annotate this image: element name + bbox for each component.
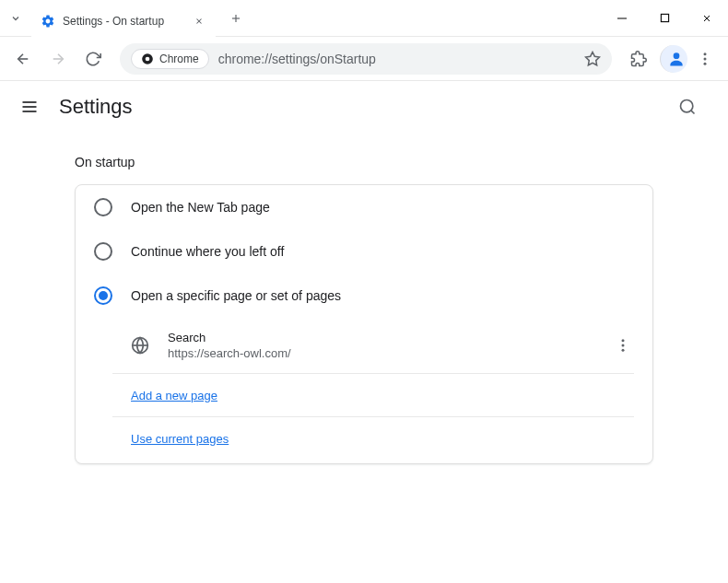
close-icon — [701, 13, 712, 24]
site-chip-label: Chrome — [159, 52, 199, 65]
radio-option-new-tab[interactable]: Open the New Tab page — [76, 185, 652, 229]
use-current-pages-link[interactable]: Use current pages — [131, 432, 229, 446]
url-text: chrome://settings/onStartup — [218, 52, 575, 66]
svg-point-13 — [673, 52, 679, 59]
radio-option-continue[interactable]: Continue where you left off — [76, 229, 652, 274]
svg-point-11 — [146, 56, 150, 61]
page-title: Settings — [59, 95, 133, 119]
browser-menu-button[interactable] — [689, 43, 721, 75]
add-new-page-link[interactable]: Add a new page — [131, 389, 217, 402]
maximize-icon — [660, 13, 670, 23]
settings-search-button[interactable] — [676, 96, 699, 118]
svg-point-16 — [704, 62, 707, 64]
settings-menu-button[interactable] — [18, 96, 41, 118]
svg-point-25 — [622, 344, 625, 347]
new-tab-button[interactable] — [223, 6, 249, 31]
extensions-button[interactable] — [623, 43, 654, 75]
window-close-button[interactable] — [686, 0, 728, 37]
page-actions-button[interactable] — [612, 337, 634, 354]
plus-icon — [229, 12, 242, 25]
radio-icon — [94, 286, 112, 305]
svg-point-26 — [622, 349, 625, 352]
close-icon — [194, 17, 204, 26]
chevron-down-icon — [10, 13, 21, 24]
svg-line-21 — [691, 111, 695, 114]
svg-point-24 — [622, 339, 625, 342]
tab-close-button[interactable] — [192, 14, 206, 29]
svg-point-20 — [681, 100, 693, 112]
chrome-icon — [141, 52, 154, 65]
radio-label: Open the New Tab page — [131, 200, 270, 215]
window-minimize-button[interactable] — [601, 0, 643, 37]
radio-option-specific-pages[interactable]: Open a specific page or set of pages — [76, 274, 652, 318]
person-icon — [667, 50, 686, 68]
toolbar-right — [623, 43, 721, 75]
profile-button[interactable] — [660, 45, 687, 73]
radio-icon — [94, 242, 112, 261]
tab-search-dropdown[interactable] — [0, 0, 31, 37]
svg-rect-5 — [661, 14, 668, 21]
startup-pages-section: Search https://search-owl.com/ Add a new… — [112, 318, 634, 463]
svg-point-14 — [704, 52, 707, 55]
more-vert-icon — [615, 337, 631, 354]
reload-icon — [85, 51, 101, 67]
browser-toolbar: Chrome chrome://settings/onStartup — [0, 37, 728, 81]
radio-label: Open a specific page or set of pages — [131, 288, 341, 303]
star-icon[interactable] — [584, 51, 601, 67]
search-icon — [678, 98, 697, 116]
globe-icon — [131, 336, 149, 355]
nav-forward-button[interactable] — [42, 43, 74, 75]
address-bar[interactable]: Chrome chrome://settings/onStartup — [120, 43, 612, 75]
add-page-row: Add a new page — [112, 374, 634, 417]
page-title-text: Search — [168, 331, 593, 344]
hamburger-icon — [20, 98, 39, 116]
settings-content: On startup Open the New Tab page Continu… — [0, 133, 728, 486]
browser-titlebar: Settings - On startup — [0, 0, 728, 37]
svg-point-15 — [704, 57, 707, 60]
window-maximize-button[interactable] — [643, 0, 686, 37]
svg-marker-12 — [586, 52, 600, 64]
arrow-right-icon — [50, 51, 66, 67]
startup-page-row: Search https://search-owl.com/ — [112, 318, 634, 374]
minimize-icon — [616, 13, 628, 24]
startup-card: Open the New Tab page Continue where you… — [75, 184, 653, 464]
page-info: Search https://search-owl.com/ — [168, 331, 593, 360]
arrow-left-icon — [15, 51, 31, 67]
radio-label: Continue where you left off — [131, 244, 284, 259]
more-vert-icon — [697, 51, 713, 67]
nav-reload-button[interactable] — [77, 43, 109, 75]
tab-title: Settings - On startup — [63, 15, 184, 28]
radio-icon — [94, 198, 112, 216]
window-controls — [601, 0, 728, 37]
gear-icon — [41, 14, 55, 29]
settings-header: Settings — [0, 81, 728, 133]
use-current-row: Use current pages — [112, 417, 634, 463]
site-chip[interactable]: Chrome — [131, 49, 209, 69]
page-url-text: https://search-owl.com/ — [168, 346, 593, 360]
puzzle-icon — [630, 51, 647, 67]
nav-back-button[interactable] — [7, 43, 39, 75]
section-heading: On startup — [75, 155, 653, 169]
browser-tab[interactable]: Settings - On startup — [31, 6, 216, 37]
